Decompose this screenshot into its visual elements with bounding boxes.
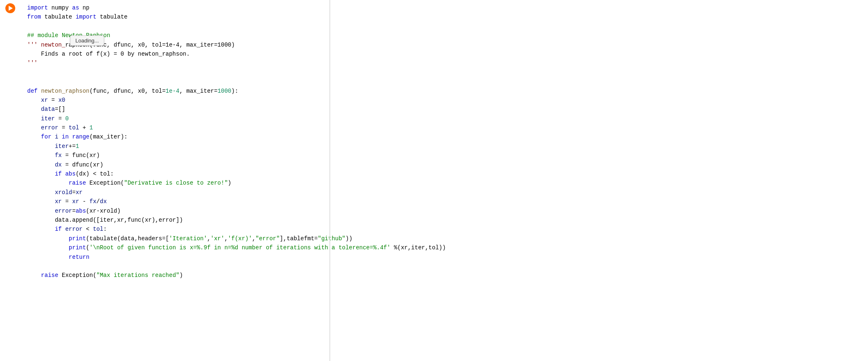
notebook-cell: Loading... import numpy as np from tabul… <box>0 0 868 361</box>
run-icon <box>9 6 13 11</box>
cell-content: Loading... import numpy as np from tabul… <box>21 0 868 361</box>
cell-gutter <box>0 0 21 361</box>
loading-tooltip: Loading... <box>70 35 104 46</box>
run-button[interactable] <box>5 3 15 13</box>
vertical-divider <box>329 0 330 361</box>
code-editor[interactable]: import numpy as np from tabulate import … <box>27 3 861 280</box>
